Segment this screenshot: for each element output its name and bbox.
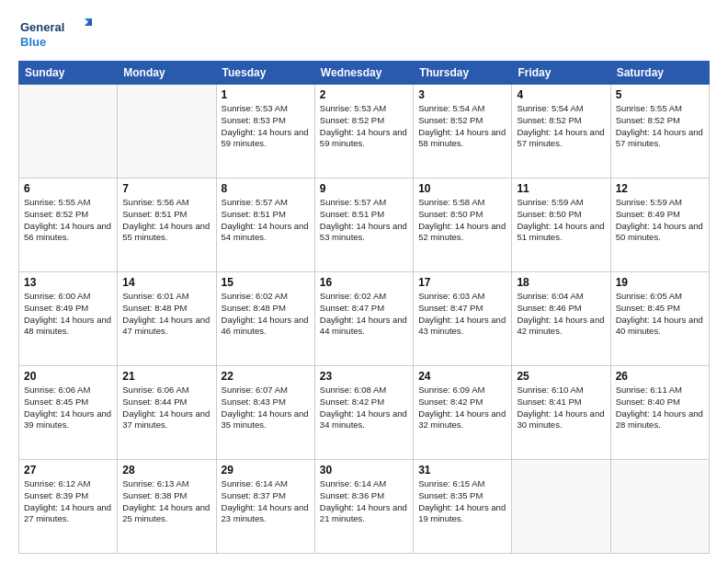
day-info: Sunrise: 5:59 AMSunset: 8:49 PMDaylight:…: [616, 197, 704, 244]
day-info: Sunrise: 6:12 AMSunset: 8:39 PMDaylight:…: [24, 478, 112, 525]
col-header-wednesday: Wednesday: [314, 62, 413, 85]
calendar-cell: 12Sunrise: 5:59 AMSunset: 8:49 PMDayligh…: [610, 178, 709, 272]
calendar-cell: 19Sunrise: 6:05 AMSunset: 8:45 PMDayligh…: [610, 272, 709, 366]
calendar-cell: 3Sunrise: 5:54 AMSunset: 8:52 PMDaylight…: [414, 85, 512, 178]
day-number: 29: [222, 464, 310, 477]
day-info: Sunrise: 6:06 AMSunset: 8:44 PMDaylight:…: [122, 385, 210, 431]
calendar-cell: 29Sunrise: 6:14 AMSunset: 8:37 PMDayligh…: [216, 460, 314, 554]
calendar-cell: [512, 460, 610, 554]
col-header-monday: Monday: [118, 62, 216, 85]
day-number: 22: [222, 370, 310, 383]
calendar-cell: 26Sunrise: 6:11 AMSunset: 8:40 PMDayligh…: [610, 366, 709, 460]
day-number: 10: [418, 182, 506, 195]
day-number: 21: [122, 370, 210, 383]
day-info: Sunrise: 5:54 AMSunset: 8:52 PMDaylight:…: [517, 103, 605, 150]
day-number: 24: [418, 370, 506, 383]
day-info: Sunrise: 5:57 AMSunset: 8:51 PMDaylight:…: [222, 197, 310, 244]
calendar-cell: [610, 460, 709, 554]
day-number: 7: [122, 182, 210, 195]
calendar-cell: 21Sunrise: 6:06 AMSunset: 8:44 PMDayligh…: [118, 366, 216, 460]
day-info: Sunrise: 6:13 AMSunset: 8:38 PMDaylight:…: [122, 478, 210, 525]
day-info: Sunrise: 5:58 AMSunset: 8:50 PMDaylight:…: [418, 197, 506, 244]
day-info: Sunrise: 6:03 AMSunset: 8:47 PMDaylight:…: [418, 291, 506, 338]
day-info: Sunrise: 6:14 AMSunset: 8:36 PMDaylight:…: [320, 478, 408, 525]
col-header-tuesday: Tuesday: [216, 62, 314, 85]
day-number: 6: [24, 182, 112, 195]
day-number: 4: [517, 88, 605, 101]
calendar-table: SundayMondayTuesdayWednesdayThursdayFrid…: [18, 61, 710, 554]
calendar-cell: 13Sunrise: 6:00 AMSunset: 8:49 PMDayligh…: [19, 272, 118, 366]
day-info: Sunrise: 5:59 AMSunset: 8:50 PMDaylight:…: [517, 197, 605, 244]
day-number: 27: [24, 464, 112, 477]
day-number: 14: [122, 276, 210, 289]
day-number: 28: [122, 464, 210, 477]
day-number: 30: [320, 464, 408, 477]
day-info: Sunrise: 6:10 AMSunset: 8:41 PMDaylight:…: [517, 385, 605, 431]
calendar-cell: 23Sunrise: 6:08 AMSunset: 8:42 PMDayligh…: [314, 366, 413, 460]
logo-svg: General Blue: [18, 15, 92, 52]
col-header-friday: Friday: [512, 62, 610, 85]
calendar-cell: 4Sunrise: 5:54 AMSunset: 8:52 PMDaylight…: [512, 85, 610, 178]
calendar-cell: 10Sunrise: 5:58 AMSunset: 8:50 PMDayligh…: [414, 178, 512, 272]
day-info: Sunrise: 6:08 AMSunset: 8:42 PMDaylight:…: [320, 385, 408, 431]
col-header-sunday: Sunday: [19, 62, 118, 85]
day-info: Sunrise: 5:56 AMSunset: 8:51 PMDaylight:…: [122, 197, 210, 244]
calendar-header-row: SundayMondayTuesdayWednesdayThursdayFrid…: [19, 62, 710, 85]
calendar-cell: [19, 85, 118, 178]
calendar-cell: 30Sunrise: 6:14 AMSunset: 8:36 PMDayligh…: [314, 460, 413, 554]
day-info: Sunrise: 5:53 AMSunset: 8:52 PMDaylight:…: [320, 103, 408, 150]
day-info: Sunrise: 5:57 AMSunset: 8:51 PMDaylight:…: [320, 197, 408, 244]
day-info: Sunrise: 5:54 AMSunset: 8:52 PMDaylight:…: [418, 103, 506, 150]
day-number: 5: [616, 88, 704, 101]
day-info: Sunrise: 6:01 AMSunset: 8:48 PMDaylight:…: [122, 291, 210, 338]
day-number: 11: [517, 182, 605, 195]
day-info: Sunrise: 6:14 AMSunset: 8:37 PMDaylight:…: [222, 478, 310, 525]
day-number: 8: [222, 182, 310, 195]
day-info: Sunrise: 6:05 AMSunset: 8:45 PMDaylight:…: [616, 291, 704, 338]
day-info: Sunrise: 5:53 AMSunset: 8:53 PMDaylight:…: [222, 103, 310, 150]
calendar-cell: 14Sunrise: 6:01 AMSunset: 8:48 PMDayligh…: [118, 272, 216, 366]
calendar-cell: 6Sunrise: 5:55 AMSunset: 8:52 PMDaylight…: [19, 178, 118, 272]
day-number: 26: [616, 370, 704, 383]
day-number: 25: [517, 370, 605, 383]
page: General Blue SundayMondayTuesdayWednesda…: [0, 0, 728, 563]
calendar-cell: 18Sunrise: 6:04 AMSunset: 8:46 PMDayligh…: [512, 272, 610, 366]
calendar-cell: 15Sunrise: 6:02 AMSunset: 8:48 PMDayligh…: [216, 272, 314, 366]
day-number: 16: [320, 276, 408, 289]
calendar-cell: 27Sunrise: 6:12 AMSunset: 8:39 PMDayligh…: [19, 460, 118, 554]
calendar-cell: [118, 85, 216, 178]
calendar-cell: 25Sunrise: 6:10 AMSunset: 8:41 PMDayligh…: [512, 366, 610, 460]
day-number: 1: [222, 88, 310, 101]
day-number: 23: [320, 370, 408, 383]
col-header-thursday: Thursday: [414, 62, 512, 85]
day-number: 12: [616, 182, 704, 195]
calendar-cell: 5Sunrise: 5:55 AMSunset: 8:52 PMDaylight…: [610, 85, 709, 178]
calendar-week-row: 13Sunrise: 6:00 AMSunset: 8:49 PMDayligh…: [19, 272, 710, 366]
day-info: Sunrise: 6:02 AMSunset: 8:48 PMDaylight:…: [222, 291, 310, 338]
header: General Blue: [18, 15, 710, 52]
calendar-cell: 22Sunrise: 6:07 AMSunset: 8:43 PMDayligh…: [216, 366, 314, 460]
svg-text:Blue: Blue: [20, 35, 46, 49]
day-number: 15: [222, 276, 310, 289]
calendar-cell: 2Sunrise: 5:53 AMSunset: 8:52 PMDaylight…: [314, 85, 413, 178]
calendar-cell: 1Sunrise: 5:53 AMSunset: 8:53 PMDaylight…: [216, 85, 314, 178]
day-info: Sunrise: 6:04 AMSunset: 8:46 PMDaylight:…: [517, 291, 605, 338]
calendar-week-row: 20Sunrise: 6:06 AMSunset: 8:45 PMDayligh…: [19, 366, 710, 460]
calendar-cell: 11Sunrise: 5:59 AMSunset: 8:50 PMDayligh…: [512, 178, 610, 272]
calendar-week-row: 1Sunrise: 5:53 AMSunset: 8:53 PMDaylight…: [19, 85, 710, 178]
day-number: 20: [24, 370, 112, 383]
day-info: Sunrise: 5:55 AMSunset: 8:52 PMDaylight:…: [616, 103, 704, 150]
calendar-cell: 24Sunrise: 6:09 AMSunset: 8:42 PMDayligh…: [414, 366, 512, 460]
day-number: 2: [320, 88, 408, 101]
calendar-week-row: 27Sunrise: 6:12 AMSunset: 8:39 PMDayligh…: [19, 460, 710, 554]
logo: General Blue: [18, 15, 92, 52]
day-info: Sunrise: 6:06 AMSunset: 8:45 PMDaylight:…: [24, 385, 112, 431]
calendar-cell: 9Sunrise: 5:57 AMSunset: 8:51 PMDaylight…: [314, 178, 413, 272]
day-number: 13: [24, 276, 112, 289]
day-info: Sunrise: 6:07 AMSunset: 8:43 PMDaylight:…: [222, 385, 310, 431]
calendar-cell: 28Sunrise: 6:13 AMSunset: 8:38 PMDayligh…: [118, 460, 216, 554]
day-info: Sunrise: 6:02 AMSunset: 8:47 PMDaylight:…: [320, 291, 408, 338]
calendar-cell: 8Sunrise: 5:57 AMSunset: 8:51 PMDaylight…: [216, 178, 314, 272]
day-number: 31: [418, 464, 506, 477]
day-info: Sunrise: 6:00 AMSunset: 8:49 PMDaylight:…: [24, 291, 112, 338]
